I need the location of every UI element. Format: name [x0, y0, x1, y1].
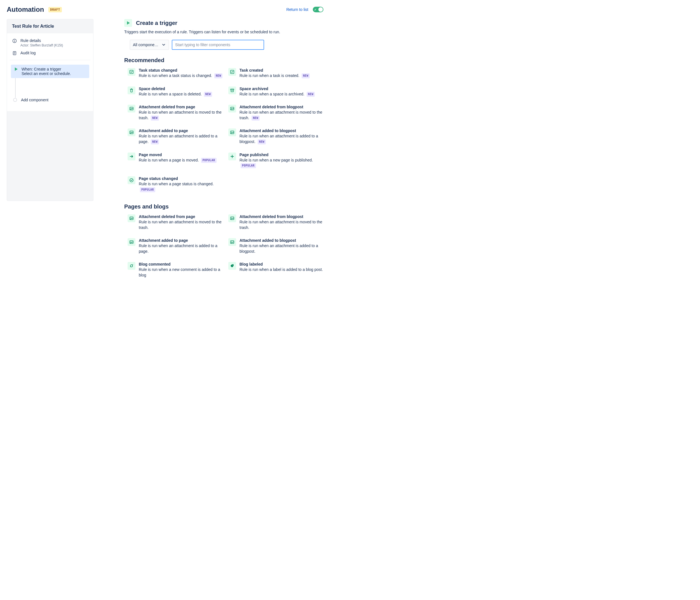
rule-name: Test Rule for Article: [12, 24, 88, 29]
flow-step-trigger[interactable]: When: Create a trigger Select an event o…: [11, 65, 89, 78]
trigger-desc: Rule is run when an attachment is added …: [139, 243, 223, 254]
trigger-title: Attachment deleted from page: [139, 105, 223, 109]
trigger-title: Blog labeled: [240, 262, 323, 267]
return-to-list-link[interactable]: Return to list: [286, 7, 308, 12]
component-type-dropdown[interactable]: All compone…: [130, 40, 169, 50]
trigger-option[interactable]: Task status changedRule is run when a ta…: [128, 68, 223, 79]
play-icon: [14, 67, 18, 71]
sidebar-item-label: Audit log: [20, 51, 35, 55]
trigger-title: Task created: [240, 68, 323, 73]
sidebar-item-rule-details[interactable]: Rule details Actor: Steffen Burzlaff (K1…: [10, 37, 90, 49]
trigger-title: Task status changed: [139, 68, 223, 73]
sidebar-item-label: Rule details: [20, 38, 63, 43]
image-icon: [228, 215, 236, 222]
trigger-option[interactable]: Attachment added to blogpostRule is run …: [228, 128, 323, 144]
trigger-option[interactable]: Space archivedRule is run when a space i…: [228, 86, 323, 97]
trigger-option[interactable]: Page movedRule is run when a page is mov…: [128, 152, 223, 169]
trigger-title: Attachment deleted from blogpost: [240, 215, 323, 219]
trigger-option[interactable]: Attachment deleted from pageRule is run …: [128, 215, 223, 230]
popular-badge: POPULAR: [140, 187, 155, 192]
info-icon: [12, 39, 17, 43]
sidebar-item-sublabel: Actor: Steffen Burzlaff (K15t): [20, 43, 63, 47]
new-badge: NEW: [302, 73, 310, 78]
image-icon: [228, 238, 236, 246]
trigger-desc: Rule is run when an attachment is moved …: [139, 110, 223, 121]
trigger-title: Attachment added to blogpost: [240, 238, 323, 243]
main-panel: Create a trigger Triggers start the exec…: [124, 19, 323, 290]
trigger-title: Attachment added to page: [139, 238, 223, 243]
circle-icon: [13, 98, 17, 102]
flow-connector: [15, 78, 90, 98]
trigger-desc: Rule is run when an attachment is moved …: [240, 219, 323, 230]
trigger-desc: Rule is run when an attachment is added …: [139, 133, 223, 144]
trigger-option[interactable]: Attachment deleted from blogpostRule is …: [228, 215, 323, 230]
trigger-option[interactable]: Attachment deleted from pageRule is run …: [128, 105, 223, 121]
trigger-desc: Rule is run when an attachment is moved …: [139, 219, 223, 230]
image-icon: [128, 238, 135, 246]
trigger-title: Space deleted: [139, 86, 223, 91]
new-badge: NEW: [258, 140, 266, 144]
trigger-title: Page status changed: [139, 176, 223, 181]
tag-icon: [228, 262, 236, 270]
trigger-option[interactable]: Attachment deleted from blogpostRule is …: [228, 105, 323, 121]
add-component-button[interactable]: Add component: [10, 98, 90, 102]
trigger-desc: Rule is run when a page is moved. POPULA…: [139, 157, 223, 163]
trigger-title: Attachment added to page: [139, 128, 223, 133]
trigger-title: Page moved: [139, 152, 223, 157]
trigger-option[interactable]: Blog labeledRule is run when a label is …: [228, 262, 323, 278]
checkbox-icon: [228, 68, 236, 76]
trigger-title: Attachment deleted from page: [139, 215, 223, 219]
arrow-icon: [128, 152, 135, 160]
archive-icon: [228, 86, 236, 94]
main-description: Triggers start the execution of a rule. …: [124, 30, 323, 34]
trigger-title: Page published: [240, 152, 323, 157]
trigger-desc: Rule is run when an attachment is added …: [240, 243, 323, 254]
trigger-title: Attachment added to blogpost: [240, 128, 323, 133]
image-icon: [228, 128, 236, 136]
trigger-title: Space archived: [240, 86, 323, 91]
image-icon: [128, 105, 135, 112]
check-icon: ✓: [314, 8, 317, 11]
add-component-label: Add component: [21, 98, 48, 102]
plus-icon: [228, 152, 236, 160]
trigger-option[interactable]: Page publishedRule is run when a new pag…: [228, 152, 323, 169]
page-title: Automation: [7, 6, 44, 14]
image-icon: [128, 215, 135, 222]
trigger-option[interactable]: Blog commentedRule is run when a new com…: [128, 262, 223, 278]
toggle-handle: [318, 7, 323, 12]
play-icon: [124, 19, 132, 27]
trigger-desc: Rule is run when a space is deleted. NEW: [139, 92, 223, 97]
trigger-option[interactable]: Task createdRule is run when a task is c…: [228, 68, 323, 79]
trigger-title: Attachment deleted from blogpost: [240, 105, 323, 109]
new-badge: NEW: [251, 116, 260, 121]
new-badge: NEW: [214, 73, 222, 78]
trash-icon: [128, 86, 135, 94]
popular-badge: POPULAR: [201, 158, 217, 163]
enable-toggle[interactable]: ✓: [313, 7, 323, 12]
main-title: Create a trigger: [136, 20, 177, 26]
trigger-option[interactable]: Attachment added to pageRule is run when…: [128, 238, 223, 254]
trigger-option[interactable]: Attachment added to blogpostRule is run …: [228, 238, 323, 254]
document-icon: [12, 51, 17, 55]
section-title: Pages and blogs: [124, 203, 323, 210]
trigger-option[interactable]: Space deletedRule is run when a space is…: [128, 86, 223, 97]
flow-step-title: When: Create a trigger: [22, 67, 71, 71]
divider: [10, 60, 90, 60]
sidebar-item-audit-log[interactable]: Audit log: [10, 49, 90, 57]
trigger-option[interactable]: Attachment added to pageRule is run when…: [128, 128, 223, 144]
checkbox-icon: [128, 68, 135, 76]
checkcircle-icon: [128, 176, 135, 184]
trigger-desc: Rule is run when a label is added to a b…: [240, 267, 323, 273]
flow-step-sub: Select an event or schedule.: [22, 71, 71, 76]
trigger-desc: Rule is run when an attachment is added …: [240, 133, 323, 144]
popular-badge: POPULAR: [241, 163, 256, 168]
trigger-desc: Rule is run when a task status is change…: [139, 73, 223, 79]
trigger-title: Blog commented: [139, 262, 223, 267]
new-badge: NEW: [151, 116, 159, 121]
trigger-option[interactable]: Page status changedRule is run when a pa…: [128, 176, 223, 192]
draft-badge: DRAFT: [48, 7, 62, 12]
dropdown-label: All compone…: [133, 43, 158, 47]
new-badge: NEW: [307, 92, 315, 97]
rule-sidebar: Test Rule for Article Rule details Actor…: [7, 19, 94, 201]
filter-input[interactable]: [172, 40, 264, 50]
